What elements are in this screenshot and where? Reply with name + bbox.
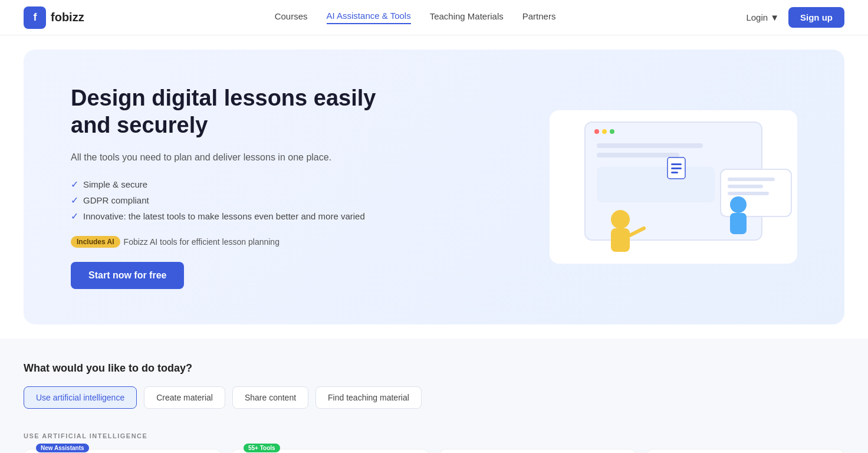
nav-teaching-materials[interactable]: Teaching Materials (430, 11, 504, 24)
logo-icon: f (24, 6, 46, 29)
feature-2: ✓ GDPR compliant (71, 195, 401, 206)
svg-point-3 (610, 129, 614, 134)
login-button[interactable]: Login ▼ (746, 12, 779, 22)
section-label: USE ARTIFICIAL INTELLIGENCE (24, 432, 844, 439)
card-image-gen[interactable]: AI Image Generator › (439, 449, 637, 453)
svg-rect-17 (671, 163, 682, 165)
card-chat-ai[interactable]: New Assistants Chat with AI › (24, 449, 222, 453)
includes-text: Fobizz AI tools for efficient lesson pla… (124, 237, 280, 247)
card-prompt-lab[interactable]: 55+ Tools AI Prompt Lab › (231, 449, 429, 453)
cards-section: USE ARTIFICIAL INTELLIGENCE New Assistan… (0, 421, 868, 453)
navbar: f fobizz Courses AI Assistance & Tools T… (0, 0, 868, 35)
svg-rect-10 (728, 192, 769, 195)
svg-point-14 (730, 196, 747, 213)
logo-text: fobizz (51, 11, 84, 24)
hero-title: Design digital lessons easily and secure… (71, 85, 401, 139)
action-section: What would you like to do today? Use art… (0, 339, 868, 421)
chevron-down-icon: ▼ (770, 12, 779, 22)
svg-point-2 (602, 129, 607, 134)
svg-rect-4 (597, 143, 703, 148)
svg-rect-15 (730, 213, 747, 234)
cards-grid: New Assistants Chat with AI › 55+ Tools (24, 449, 844, 453)
nav-ai-assistance[interactable]: AI Assistance & Tools (327, 11, 411, 24)
check-icon-2: ✓ (71, 195, 78, 206)
nav-courses[interactable]: Courses (275, 11, 308, 24)
badge-tools: 55+ Tools (244, 444, 280, 452)
nav-right: Login ▼ Sign up (746, 7, 844, 28)
feature-3: ✓ Innovative: the latest tools to make l… (71, 211, 401, 222)
tab-use-ai[interactable]: Use artificial intelligence (24, 386, 137, 409)
hero-left: Design digital lessons easily and secure… (71, 85, 401, 289)
signup-button[interactable]: Sign up (788, 7, 844, 28)
hero-features: ✓ Simple & secure ✓ GDPR compliant ✓ Inn… (71, 179, 401, 222)
hero-subtitle: All the tools you need to plan and deliv… (71, 150, 401, 165)
check-icon-1: ✓ (71, 179, 78, 190)
badge-new-assistants: New Assistants (36, 444, 89, 452)
nav-partners[interactable]: Partners (522, 11, 556, 24)
hero-illustration (550, 110, 797, 264)
includes-badge: Includes AI Fobizz AI tools for efficien… (71, 236, 280, 248)
svg-point-11 (611, 210, 630, 229)
action-tabs: Use artificial intelligence Create mater… (24, 386, 844, 409)
svg-rect-18 (671, 168, 682, 169)
svg-rect-8 (728, 178, 775, 181)
logo[interactable]: f fobizz (24, 6, 84, 29)
svg-rect-6 (597, 167, 715, 202)
svg-rect-5 (597, 153, 679, 157)
start-button[interactable]: Start now for free (71, 262, 184, 289)
svg-rect-19 (671, 172, 678, 173)
check-icon-3: ✓ (71, 211, 78, 222)
svg-point-1 (594, 129, 599, 134)
nav-links: Courses AI Assistance & Tools Teaching M… (275, 11, 556, 24)
svg-rect-9 (728, 185, 763, 188)
action-question: What would you like to do today? (24, 362, 844, 375)
ai-badge: Includes AI (71, 236, 120, 248)
card-transcription[interactable]: AI Transcription › (646, 449, 844, 453)
hero-section: Design digital lessons easily and secure… (24, 50, 844, 324)
tab-share-content[interactable]: Share content (232, 386, 308, 409)
svg-rect-12 (611, 228, 630, 252)
feature-1: ✓ Simple & secure (71, 179, 401, 190)
tab-create-material[interactable]: Create material (144, 386, 225, 409)
tab-find-teaching[interactable]: Find teaching material (315, 386, 422, 409)
